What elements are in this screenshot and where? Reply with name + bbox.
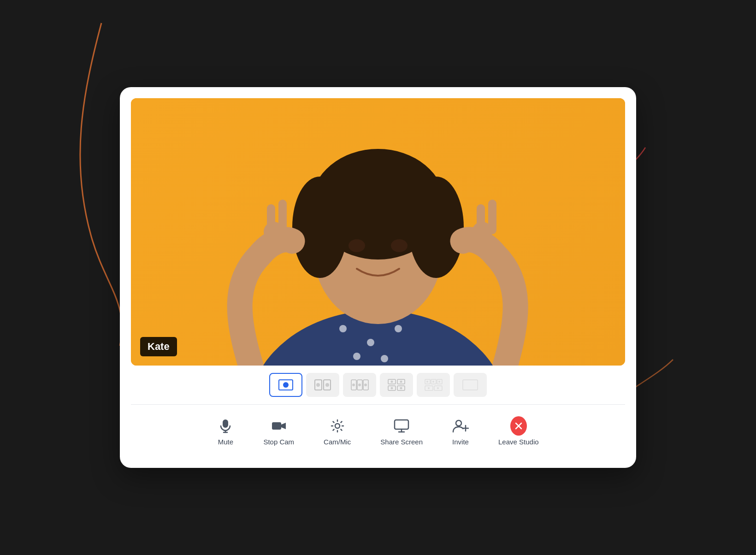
svg-point-38 [400,387,402,390]
layout-btn-blank[interactable] [454,373,487,397]
share-screen-label: Share Screen [380,438,423,446]
leave-icon [510,418,527,434]
participant-name: Kate [148,341,170,352]
add-person-icon [452,418,469,434]
controls-bar: Mute Stop Cam Cam/Mic [131,404,625,453]
settings-icon [329,418,346,434]
svg-point-9 [367,339,374,346]
svg-point-11 [353,353,360,360]
svg-rect-49 [463,380,478,390]
svg-rect-14 [267,204,275,234]
video-background [131,98,625,366]
invite-label: Invite [452,438,469,446]
svg-point-8 [339,325,347,332]
layout-btn-grid4[interactable] [380,373,413,397]
svg-point-45 [432,381,434,383]
participant-name-tag: Kate [140,337,177,356]
svg-point-36 [400,381,402,383]
layout-btn-grid5[interactable] [417,373,450,397]
svg-point-54 [335,424,340,428]
svg-rect-50 [223,419,228,428]
svg-point-58 [456,420,461,426]
svg-point-35 [391,381,393,383]
layout-btn-single[interactable] [269,373,302,397]
mute-label: Mute [218,438,233,446]
svg-point-10 [395,325,402,332]
svg-point-7 [391,239,408,252]
svg-point-23 [316,383,320,387]
invite-button[interactable]: Invite [445,414,476,449]
monitor-icon [393,418,410,434]
svg-point-28 [352,384,355,386]
svg-rect-17 [477,204,485,234]
layout-btn-grid2[interactable] [306,373,339,397]
video-area: Kate [131,98,625,366]
leave-studio-label: Leave Studio [498,438,539,446]
stop-cam-button[interactable]: Stop Cam [256,414,301,449]
svg-point-48 [437,387,439,389]
layout-btn-grid3[interactable] [343,373,376,397]
layout-selector [131,366,625,402]
svg-point-6 [348,239,365,252]
svg-point-47 [428,387,430,389]
cam-mic-label: Cam/Mic [324,438,351,446]
camera-icon [271,418,287,434]
svg-point-37 [391,387,393,390]
svg-point-46 [438,381,440,383]
share-screen-button[interactable]: Share Screen [373,414,430,449]
svg-rect-55 [395,420,408,429]
svg-point-29 [358,384,361,386]
mute-button[interactable]: Mute [210,414,241,449]
svg-point-30 [364,384,367,386]
svg-point-5 [408,177,464,278]
stop-cam-label: Stop Cam [263,438,294,446]
svg-point-4 [292,177,348,278]
svg-point-20 [283,382,289,388]
studio-container: Kate [120,87,636,468]
participant-video [131,98,625,366]
svg-rect-53 [272,422,281,430]
svg-point-44 [426,381,428,383]
svg-rect-18 [488,200,496,234]
svg-rect-15 [278,200,287,234]
svg-point-12 [381,355,388,362]
leave-studio-button[interactable]: Leave Studio [491,414,546,449]
cam-mic-button[interactable]: Cam/Mic [316,414,358,449]
mic-icon [217,418,234,434]
svg-point-24 [325,383,329,387]
